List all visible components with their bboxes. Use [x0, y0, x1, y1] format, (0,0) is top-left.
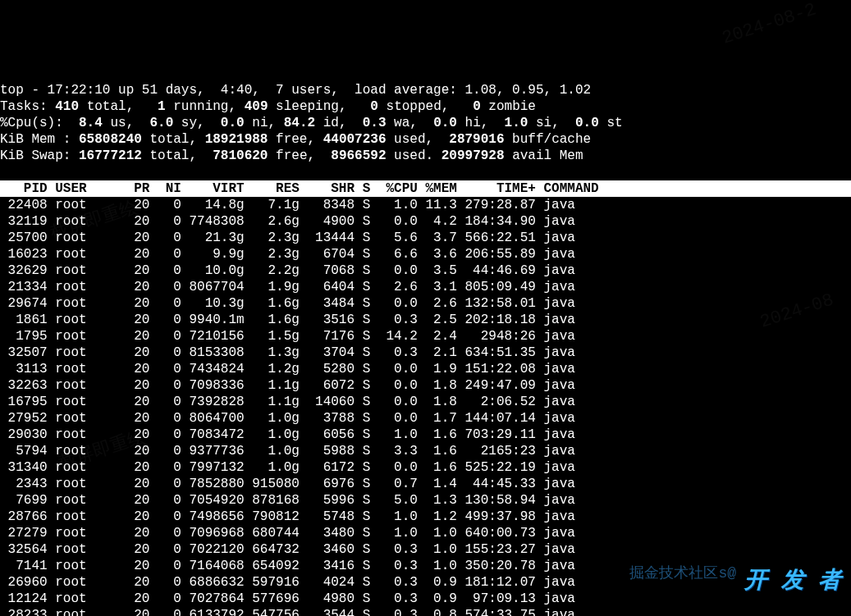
process-row: 1861 root 20 0 9940.1m 1.6g 3516 S 0.3 2… — [0, 313, 575, 327]
cpu-line: %Cpu(s): 8.4 us, 6.0 sy, 0.0 ni, 84.2 id… — [0, 116, 623, 130]
process-row: 7141 root 20 0 7164068 654092 3416 S 0.3… — [0, 559, 575, 573]
process-row: 27279 root 20 0 7096968 680744 3480 S 1.… — [0, 526, 575, 541]
terminal-output: top - 17:22:10 up 51 days, 4:40, 7 users… — [0, 82, 851, 616]
process-row: 28766 root 20 0 7498656 790812 5748 S 1.… — [0, 509, 575, 524]
process-row: 32507 root 20 0 8153308 1.3g 3704 S 0.3 … — [0, 345, 575, 360]
process-row: 16795 root 20 0 7392828 1.1g 14060 S 0.0… — [0, 395, 575, 409]
process-row: 3113 root 20 0 7434824 1.2g 5280 S 0.0 1… — [0, 362, 575, 376]
process-row: 32119 root 20 0 7748308 2.6g 4900 S 0.0 … — [0, 214, 575, 229]
mem-line: KiB Mem : 65808240 total, 18921988 free,… — [0, 132, 591, 147]
process-row: 22408 root 20 0 14.8g 7.1g 8348 S 1.0 11… — [0, 198, 575, 212]
tasks-line: Tasks: 410 total, 1 running, 409 sleepin… — [0, 99, 536, 114]
process-row: 32629 root 20 0 10.0g 2.2g 7068 S 0.0 3.… — [0, 263, 575, 278]
process-row: 7699 root 20 0 7054920 878168 5996 S 5.0… — [0, 493, 575, 508]
top-summary-line: top - 17:22:10 up 51 days, 4:40, 7 users… — [0, 83, 591, 98]
swap-line: KiB Swap: 16777212 total, 7810620 free, … — [0, 148, 591, 163]
process-row: 32564 root 20 0 7022120 664732 3460 S 0.… — [0, 542, 575, 557]
process-row: 25700 root 20 0 21.3g 2.3g 13444 S 5.6 3… — [0, 230, 575, 245]
process-row: 16023 root 20 0 9.9g 2.3g 6704 S 6.6 3.6… — [0, 247, 575, 262]
process-row: 27952 root 20 0 8064700 1.0g 3788 S 0.0 … — [0, 411, 575, 426]
process-row: 21334 root 20 0 8067704 1.9g 6404 S 2.6 … — [0, 280, 575, 294]
process-row: 1795 root 20 0 7210156 1.5g 7176 S 14.2 … — [0, 329, 575, 344]
process-row: 29030 root 20 0 7083472 1.0g 6056 S 1.0 … — [0, 427, 575, 442]
process-row: 26960 root 20 0 6886632 597916 4024 S 0.… — [0, 575, 575, 590]
process-row: 31340 root 20 0 7997132 1.0g 6172 S 0.0 … — [0, 460, 575, 475]
process-row: 28233 root 20 0 6133792 547756 3544 S 0.… — [0, 608, 575, 616]
process-row: 5794 root 20 0 9377736 1.0g 5988 S 3.3 1… — [0, 444, 575, 459]
process-row: 12124 root 20 0 7027864 577696 4980 S 0.… — [0, 591, 575, 606]
ghost-watermark: 2024-08-2 — [721, 16, 818, 48]
process-row: 29674 root 20 0 10.3g 1.6g 3484 S 0.0 2.… — [0, 296, 575, 311]
process-row: 2343 root 20 0 7852880 915080 6976 S 0.7… — [0, 477, 575, 491]
process-table-header: PID USER PR NI VIRT RES SHR S %CPU %MEM … — [0, 180, 851, 197]
process-row: 32263 root 20 0 7098336 1.1g 6072 S 0.0 … — [0, 378, 575, 393]
